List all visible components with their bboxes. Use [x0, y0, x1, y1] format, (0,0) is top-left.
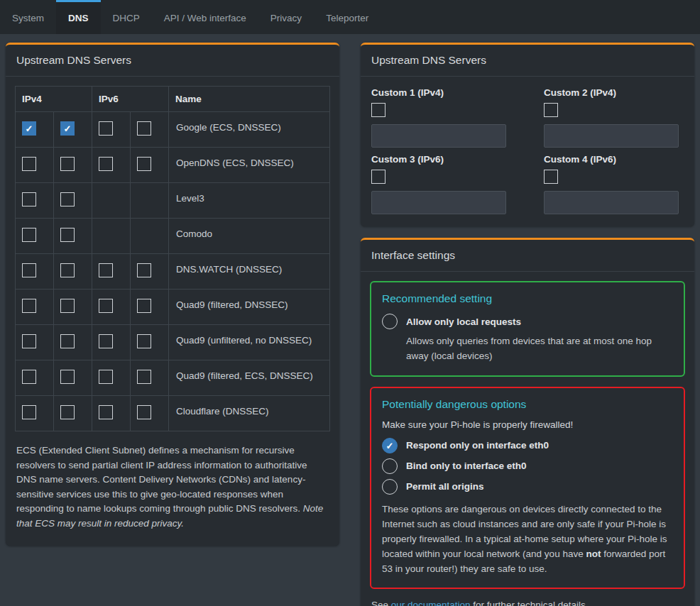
- table-row: Quad9 (unfiltered, no DNSSEC): [16, 325, 330, 360]
- upstream-dns-table-panel: Upstream DNS Servers IPv4 IPv6 Name ✓✓Go…: [6, 43, 339, 546]
- table-row: Cloudflare (DNSSEC): [16, 396, 330, 431]
- checkbox[interactable]: [371, 170, 385, 184]
- checkbox-cell: [131, 219, 169, 254]
- checkbox[interactable]: [137, 299, 151, 313]
- checkbox[interactable]: [99, 263, 113, 277]
- custom-dns-grid: Custom 1 (IPv4)Custom 2 (IPv4)Custom 3 (…: [370, 86, 685, 217]
- checkbox-cell: [54, 183, 92, 219]
- checkbox[interactable]: [60, 334, 75, 348]
- checkbox-cell: [92, 290, 131, 325]
- radio-option[interactable]: Permit all origins: [382, 479, 673, 495]
- checkbox[interactable]: [137, 121, 151, 136]
- checkbox[interactable]: [99, 121, 113, 136]
- note-bold-text: not: [586, 549, 601, 559]
- table-row: DNS.WATCH (DNSSEC): [16, 254, 330, 290]
- checkbox-cell: [16, 254, 54, 290]
- ecs-explanation-main: ECS (Extended Client Subnet) defines a m…: [16, 445, 307, 514]
- radio-option-label: Allow only local requests: [406, 316, 521, 327]
- custom-dns-input[interactable]: [371, 124, 506, 148]
- column-header-name: Name: [169, 87, 330, 112]
- custom-dns-input[interactable]: [544, 124, 679, 148]
- dns-provider-name: Level3: [169, 183, 330, 219]
- checkbox[interactable]: [544, 170, 558, 184]
- checkbox[interactable]: [60, 370, 75, 384]
- empty-cell: [137, 228, 151, 242]
- table-row: Quad9 (filtered, DNSSEC): [16, 290, 330, 325]
- tab-dhcp[interactable]: DHCP: [101, 0, 152, 34]
- documentation-note: See our documentation for further techni…: [371, 600, 684, 606]
- checkbox[interactable]: [99, 157, 113, 171]
- tab-privacy[interactable]: Privacy: [258, 0, 314, 34]
- checkbox[interactable]: [99, 299, 113, 313]
- recommended-setting-box: Recommended setting Allow only local req…: [370, 281, 685, 377]
- checkbox[interactable]: [544, 103, 558, 117]
- checkbox[interactable]: [99, 405, 113, 419]
- checkbox-cell: [54, 396, 92, 431]
- dns-provider-name: OpenDNS (ECS, DNSSEC): [169, 148, 330, 183]
- checkbox[interactable]: [22, 157, 36, 171]
- checkbox[interactable]: ✓: [22, 121, 36, 136]
- left-column: Upstream DNS Servers IPv4 IPv6 Name ✓✓Go…: [6, 43, 339, 546]
- dns-provider-name: Cloudflare (DNSSEC): [169, 396, 330, 431]
- tab-api-web-interface[interactable]: API / Web interface: [152, 0, 258, 34]
- checkbox-cell: [92, 112, 131, 148]
- checkbox[interactable]: [371, 103, 385, 117]
- checkbox[interactable]: [60, 157, 75, 171]
- settings-tab-bar: SystemDNSDHCPAPI / Web interfacePrivacyT…: [0, 0, 700, 34]
- checkbox[interactable]: [22, 405, 36, 419]
- custom-dns-input[interactable]: [371, 191, 506, 214]
- custom-dns-field: Custom 4 (IPv6): [544, 154, 684, 214]
- custom-dns-input[interactable]: [544, 191, 679, 214]
- checkbox[interactable]: [22, 192, 36, 206]
- ecs-explanation: ECS (Extended Client Subnet) defines a m…: [16, 444, 329, 531]
- checkbox[interactable]: [22, 263, 36, 277]
- documentation-link[interactable]: our documentation: [391, 600, 471, 606]
- checkbox[interactable]: [60, 263, 75, 277]
- column-header-ipv4: IPv4: [16, 87, 92, 112]
- table-row: Level3: [16, 183, 330, 219]
- checkbox[interactable]: [137, 405, 151, 419]
- empty-cell: [99, 192, 113, 206]
- checkbox[interactable]: [99, 334, 113, 348]
- checkbox[interactable]: [60, 228, 75, 242]
- checkbox-cell: [131, 112, 169, 148]
- checkbox[interactable]: [99, 370, 113, 384]
- radio-option[interactable]: Bind only to interface eth0: [382, 458, 673, 474]
- checkbox[interactable]: [137, 370, 151, 384]
- checkbox[interactable]: [22, 334, 36, 348]
- checkbox[interactable]: [137, 157, 151, 171]
- checkbox-cell: [92, 148, 131, 183]
- checkbox-cell: [92, 396, 131, 431]
- checkbox[interactable]: [22, 299, 36, 313]
- checkbox-cell: [131, 290, 169, 325]
- radio-button[interactable]: [382, 479, 398, 495]
- dangerous-options-list: ✓Respond only on interface eth0Bind only…: [382, 438, 673, 495]
- radio-button[interactable]: [382, 458, 398, 474]
- checkbox-cell: [16, 290, 54, 325]
- tab-dns[interactable]: DNS: [56, 0, 101, 34]
- checkbox[interactable]: [137, 263, 151, 277]
- dns-provider-name: Google (ECS, DNSSEC): [169, 112, 330, 148]
- checkbox[interactable]: [60, 192, 75, 206]
- checkbox[interactable]: [22, 370, 36, 384]
- radio-option-local-requests[interactable]: Allow only local requests: [382, 314, 673, 329]
- checkbox[interactable]: [22, 228, 36, 242]
- checkbox[interactable]: [60, 299, 75, 313]
- custom-dns-field: Custom 1 (IPv4): [371, 87, 511, 148]
- checkbox[interactable]: ✓: [60, 121, 75, 136]
- custom-upstream-dns-panel: Upstream DNS Servers Custom 1 (IPv4)Cust…: [361, 43, 694, 226]
- tab-system[interactable]: System: [0, 0, 56, 34]
- panel-title: Upstream DNS Servers: [361, 45, 694, 77]
- dns-provider-name: DNS.WATCH (DNSSEC): [169, 254, 330, 290]
- table-row: Quad9 (filtered, ECS, DNSSEC): [16, 360, 330, 396]
- radio-button[interactable]: ✓: [382, 438, 398, 453]
- checkbox[interactable]: [137, 334, 151, 348]
- table-row: ✓✓Google (ECS, DNSSEC): [16, 112, 330, 148]
- custom-dns-field: Custom 2 (IPv4): [544, 87, 684, 148]
- checkbox[interactable]: [60, 405, 75, 419]
- radio-button[interactable]: [382, 314, 398, 329]
- radio-option[interactable]: ✓Respond only on interface eth0: [382, 438, 673, 453]
- tab-teleporter[interactable]: Teleporter: [314, 0, 381, 34]
- checkbox-cell: [131, 396, 169, 431]
- footer-text: for further technical details.: [471, 600, 589, 606]
